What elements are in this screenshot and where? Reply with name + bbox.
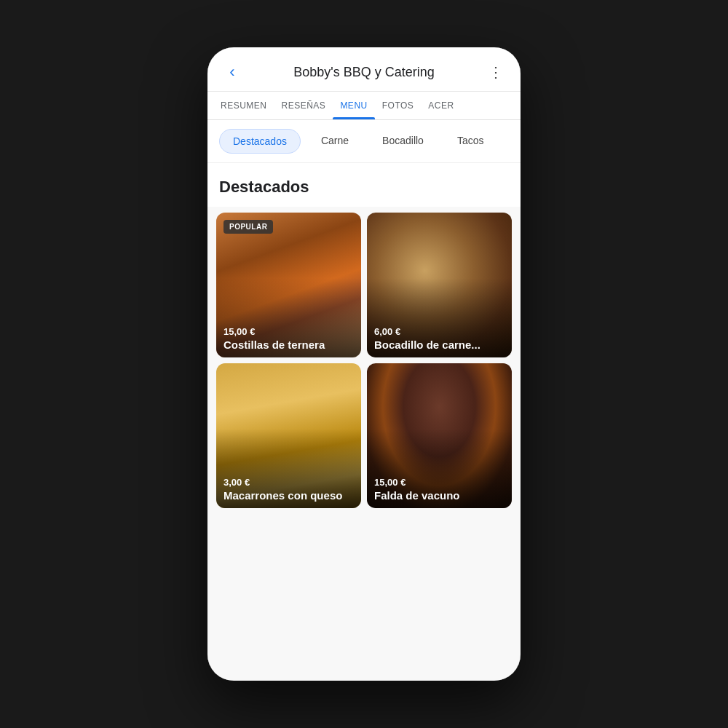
chip-carne[interactable]: Carne (308, 129, 362, 154)
tab-resenas[interactable]: RESEÑAS (274, 92, 333, 119)
tab-menu[interactable]: MENU (333, 92, 374, 119)
food-name-bocadillo: Bocadillo de carne... (374, 339, 505, 352)
chip-destacados[interactable]: Destacados (219, 129, 301, 154)
tab-acer[interactable]: ACER (421, 92, 461, 119)
food-card-costillas[interactable]: POPULAR 15,00 € Costillas de ternera (216, 213, 361, 357)
food-card-falda[interactable]: 15,00 € Falda de vacuno (367, 363, 512, 508)
food-price-bocadillo: 6,00 € (374, 326, 505, 337)
phone-container: ‹ Bobby's BBQ y Catering ⋮ RESUMEN RESEÑ… (207, 47, 521, 681)
tab-fotos[interactable]: FOTOS (375, 92, 422, 119)
back-button[interactable]: ‹ (219, 59, 245, 85)
more-button[interactable]: ⋮ (483, 59, 509, 85)
food-name-macarrones: Macarrones con queso (223, 489, 354, 502)
food-price-falda: 15,00 € (374, 477, 505, 488)
tab-resumen[interactable]: RESUMEN (213, 92, 274, 119)
food-card-macarrones[interactable]: 3,00 € Macarrones con queso (216, 363, 361, 508)
header: ‹ Bobby's BBQ y Catering ⋮ (207, 47, 521, 92)
category-chips: Destacados Carne Bocadillo Tacos (207, 120, 521, 163)
food-info-macarrones: 3,00 € Macarrones con queso (216, 471, 361, 508)
page-title: Bobby's BBQ y Catering (245, 65, 483, 80)
food-price-costillas: 15,00 € (223, 326, 354, 337)
food-card-bocadillo[interactable]: 6,00 € Bocadillo de carne... (367, 213, 512, 357)
food-info-bocadillo: 6,00 € Bocadillo de carne... (367, 320, 512, 357)
food-info-costillas: 15,00 € Costillas de ternera (216, 320, 361, 357)
nav-tabs: RESUMEN RESEÑAS MENU FOTOS ACER (207, 92, 521, 120)
food-name-costillas: Costillas de ternera (223, 339, 354, 352)
section-heading: Destacados (207, 163, 521, 207)
chip-tacos[interactable]: Tacos (444, 129, 497, 154)
chip-bocadillo[interactable]: Bocadillo (369, 129, 437, 154)
main-content: Destacados POPULAR 15,00 € Costillas de … (207, 163, 521, 681)
popular-badge: POPULAR (223, 220, 273, 234)
food-grid: POPULAR 15,00 € Costillas de ternera 6,0… (207, 207, 521, 523)
food-name-falda: Falda de vacuno (374, 489, 505, 502)
food-price-macarrones: 3,00 € (223, 477, 354, 488)
food-info-falda: 15,00 € Falda de vacuno (367, 471, 512, 508)
